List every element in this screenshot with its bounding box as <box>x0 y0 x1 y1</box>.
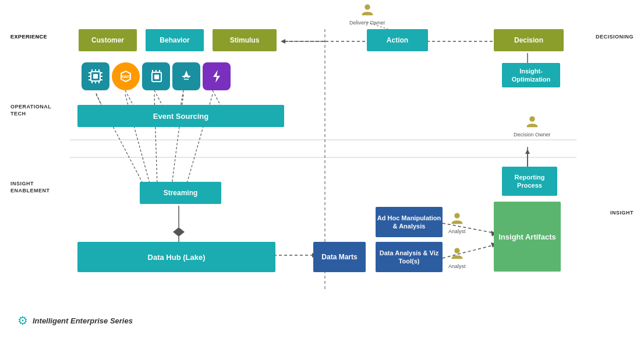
footer-icon: ⚙ <box>17 314 28 328</box>
insight-artifacts-box: Insight Artifacts <box>494 202 561 272</box>
analyst2-label: Analyst <box>448 263 466 269</box>
analyst1-label: Analyst <box>448 228 466 234</box>
event-sourcing-box: Event Sourcing <box>77 105 284 127</box>
ad-hoc-box: Ad Hoc Manipulation & Analysis <box>376 207 443 237</box>
label-optech: OPERATIONALTECH <box>10 104 63 117</box>
analyst1-person: Analyst <box>448 211 466 234</box>
reporting-process-box: Reporting Process <box>502 167 557 196</box>
svg-rect-51 <box>154 75 159 79</box>
svg-marker-13 <box>173 227 185 237</box>
tech-icon-5 <box>203 62 231 90</box>
tech-icon-1 <box>82 62 109 90</box>
decision-box: Decision <box>494 29 564 51</box>
delivery-owner-label: Delivery Owner <box>349 20 385 26</box>
svg-line-7 <box>213 90 221 107</box>
diagram-container: EXPERIENCE EXPERIENCE OPERATIONALTECH IN… <box>0 0 644 338</box>
customer-box: Customer <box>79 29 137 51</box>
streaming-box: Streaming <box>140 182 221 204</box>
data-analysis-box: Data Analysis & Viz Tool(s) <box>376 242 443 272</box>
tech-icon-3 <box>142 62 170 90</box>
behavior-box: Behavior <box>146 29 204 51</box>
svg-point-34 <box>365 5 370 10</box>
label-experience-2: EXPERIENCE <box>10 34 63 40</box>
data-hub-box: Data Hub (Lake) <box>77 242 275 272</box>
action-box: Action <box>367 29 428 51</box>
svg-line-6 <box>181 90 183 107</box>
footer: ⚙ Intelligent Enterprise Series <box>17 314 133 328</box>
data-marts-box: Data Marts <box>313 242 366 272</box>
label-insight: INSIGHT <box>610 210 634 216</box>
svg-rect-36 <box>93 74 98 79</box>
svg-point-58 <box>529 117 535 122</box>
decision-owner-person: Decision Owner <box>514 114 551 138</box>
tech-icon-4 <box>172 62 200 90</box>
svg-marker-55 <box>213 70 220 83</box>
insight-optimization-box: Insight- Optimization <box>502 63 560 87</box>
svg-point-57 <box>454 248 459 254</box>
analyst2-person: Analyst <box>448 246 466 269</box>
svg-point-56 <box>454 213 459 219</box>
delivery-owner-person: Delivery Owner <box>349 2 385 26</box>
decision-owner-label: Decision Owner <box>514 132 551 138</box>
svg-line-4 <box>125 90 134 107</box>
svg-marker-27 <box>525 149 530 154</box>
svg-line-5 <box>154 90 163 107</box>
tech-icon-2: AWS <box>112 62 140 90</box>
label-insight-enablement: INSIGHTENABLEMENT <box>10 181 63 194</box>
svg-text:AWS: AWS <box>121 74 132 79</box>
svg-marker-23 <box>281 39 285 44</box>
label-decisioning: DECISIONING <box>596 34 634 40</box>
footer-text: Intelligent Enterprise Series <box>33 316 133 325</box>
stimulus-box: Stimulus <box>213 29 277 51</box>
